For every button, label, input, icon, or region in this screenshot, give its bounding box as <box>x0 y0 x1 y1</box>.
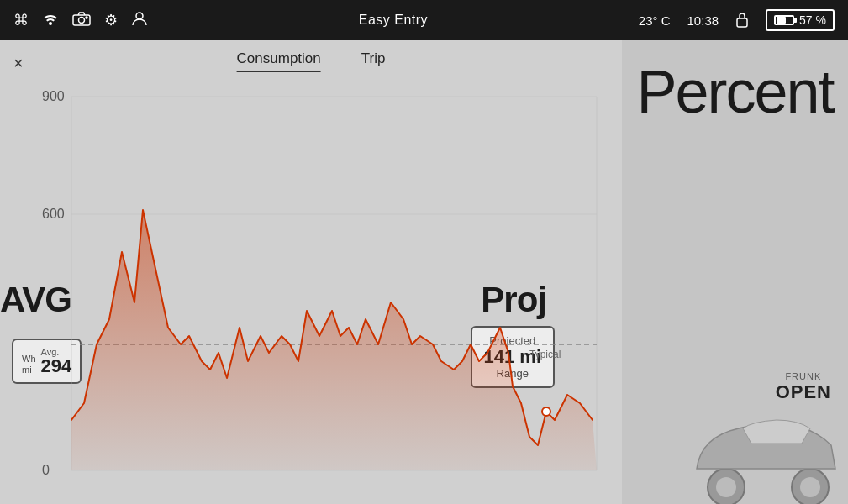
battery-icon <box>774 15 794 25</box>
svg-point-2 <box>86 17 87 18</box>
wifi-icon <box>42 12 59 29</box>
svg-text:Typical: Typical <box>529 349 561 360</box>
close-button[interactable]: × <box>13 54 24 73</box>
tab-consumption[interactable]: Consumption <box>237 50 321 72</box>
consumption-chart: 900 600 0 Typical <box>42 84 614 487</box>
topbar-right: 23° C 10:38 57 % <box>639 9 835 31</box>
easy-entry-label: Easy Entry <box>148 13 639 28</box>
car-image <box>680 378 848 504</box>
tab-trip[interactable]: Trip <box>361 50 386 72</box>
settings-icon: ⚙ <box>104 11 118 29</box>
svg-text:0: 0 <box>42 463 50 477</box>
svg-point-3 <box>136 13 143 19</box>
camera-icon <box>72 11 91 30</box>
top-bar: ⌘ ⚙ Easy Entry 23° C <box>0 0 848 40</box>
time: 10:38 <box>687 13 719 28</box>
lock-icon <box>735 11 749 30</box>
status-icons: ⌘ ⚙ <box>13 10 148 31</box>
bluetooth-icon: ⌘ <box>13 11 29 29</box>
tabs: Consumption Trip <box>237 50 386 72</box>
right-panel: Percent FRUNK OPEN <box>622 40 848 504</box>
svg-point-1 <box>79 17 85 23</box>
projected-point <box>542 407 550 416</box>
svg-point-17 <box>716 477 736 497</box>
svg-text:900: 900 <box>42 89 65 103</box>
avg-unit: Wh mi <box>22 354 36 375</box>
temperature: 23° C <box>639 13 671 28</box>
percent-label: Percent <box>636 57 833 126</box>
main-panel: × Consumption Trip AVG Proj Wh mi Avg. 2… <box>0 40 622 504</box>
battery-indicator: 57 % <box>766 9 835 31</box>
svg-point-19 <box>800 477 820 497</box>
svg-text:600: 600 <box>42 207 65 221</box>
battery-percent: 57 % <box>799 13 826 27</box>
chart-container: 900 600 0 Typical <box>42 84 614 487</box>
svg-rect-4 <box>737 18 747 27</box>
profile-icon <box>131 10 148 31</box>
